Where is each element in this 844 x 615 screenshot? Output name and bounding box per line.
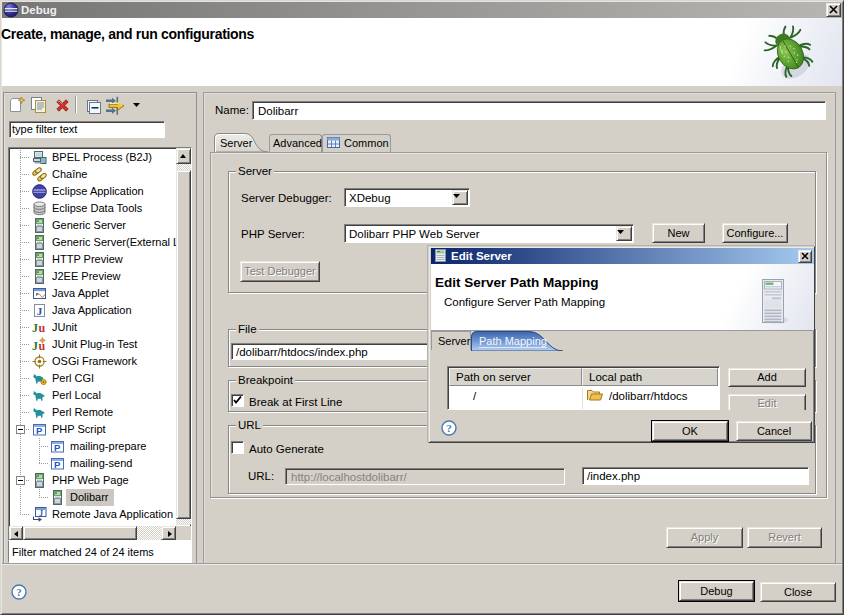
svg-text:P: P <box>36 425 43 436</box>
svg-text:P: P <box>54 442 61 453</box>
svg-text:?: ? <box>446 422 452 434</box>
svg-text:J: J <box>37 305 43 317</box>
svg-text:J: J <box>39 509 43 518</box>
svg-text:?: ? <box>16 586 22 598</box>
svg-text:P: P <box>54 459 61 470</box>
svg-text:J: J <box>32 339 38 352</box>
svg-text:u: u <box>39 321 46 335</box>
svg-text:J: J <box>32 321 38 335</box>
